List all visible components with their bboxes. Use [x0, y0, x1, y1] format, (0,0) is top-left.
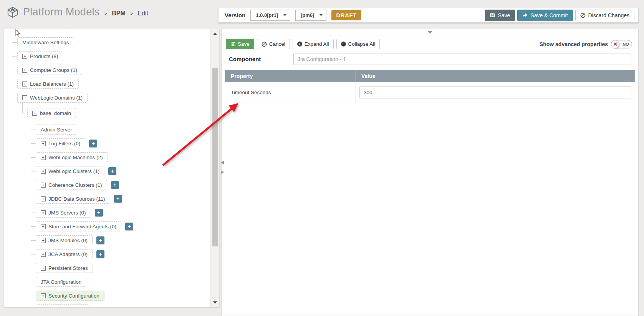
breadcrumb-page: Edit — [137, 8, 148, 17]
discard-changes-label: Discard Changes — [588, 12, 629, 18]
expand-node-icon[interactable]: + — [41, 224, 46, 229]
tree-node-box[interactable]: +Products (8) — [17, 51, 63, 61]
expand-node-icon[interactable]: + — [41, 141, 46, 146]
tree-node-box[interactable]: +Security Configuration — [36, 291, 104, 301]
tree-connector — [31, 213, 36, 213]
add-button[interactable]: + — [125, 223, 133, 230]
tree-node-box[interactable]: +Log Filters (0) — [36, 138, 85, 148]
tree-node-box[interactable]: −base_domain — [27, 108, 76, 118]
cancel-circle-icon — [262, 42, 267, 47]
expand-all-button[interactable]: + Expand All — [293, 39, 334, 49]
add-button[interactable]: + — [95, 209, 103, 216]
tree-node-box[interactable]: −WebLogic Domains (1) — [17, 93, 88, 103]
tree-connector — [31, 130, 36, 130]
tree-node-label: JMS Servers (0) — [48, 210, 86, 216]
tree-node-products-8: +Products (8) — [17, 51, 63, 61]
table-row: Timeout Seconds — [225, 82, 635, 103]
version-label: Version — [225, 12, 245, 18]
scroll-up-icon[interactable] — [213, 33, 217, 35]
expand-node-icon[interactable]: + — [22, 54, 27, 59]
breadcrumb-model[interactable]: BPM — [112, 8, 126, 17]
splitter-expand-right-icon[interactable] — [221, 170, 224, 174]
toggle-knob[interactable] — [611, 40, 619, 48]
tree-node-box[interactable]: +JMS Servers (0) — [36, 208, 91, 218]
tree-node-box[interactable]: +Load Balancers (1) — [17, 79, 79, 89]
expand-node-icon[interactable]: + — [41, 183, 46, 188]
tree-node-box[interactable] — [17, 29, 71, 32]
editor-save-button[interactable]: Save — [226, 39, 254, 49]
tree-node-box[interactable]: +JDBC Data Sources (11) — [36, 194, 110, 204]
tree-node-label: Persistent Stores — [48, 265, 88, 271]
tree-node-box[interactable]: +WebLogic Clusters (1) — [36, 166, 104, 176]
version-select[interactable]: 1.0.0[pr1] — [250, 10, 290, 21]
scrollbar-thumb[interactable] — [212, 68, 218, 246]
expand-node-icon[interactable]: + — [41, 293, 46, 298]
expand-node-icon[interactable]: + — [41, 196, 46, 201]
tree-node-jta-configuration: JTA Configuration — [36, 277, 86, 287]
discard-changes-button[interactable]: Discard Changes — [575, 10, 634, 21]
tree-node-box[interactable] — [36, 304, 89, 308]
expand-node-icon[interactable]: + — [41, 252, 46, 257]
splitter-collapse-left-icon[interactable] — [221, 161, 224, 165]
scroll-down-icon[interactable] — [213, 301, 217, 304]
tree-node-box[interactable]: +Compute Groups (1) — [17, 65, 82, 75]
expand-node-icon[interactable]: + — [41, 169, 46, 174]
panel-collapse-handle[interactable] — [222, 29, 638, 35]
expand-node-icon[interactable]: + — [41, 210, 46, 215]
tree-node-box[interactable]: Middleware Settings — [17, 37, 74, 47]
chevron-down-icon — [283, 14, 286, 16]
tree-node-label: JMS Modules (0) — [48, 238, 88, 243]
tree-scrollbar[interactable] — [210, 29, 219, 307]
properties-table: Property Value Timeout Seconds — [225, 70, 635, 103]
page-title: Platform Models — [23, 6, 100, 18]
tree-connector — [12, 56, 17, 57]
collapse-node-icon[interactable]: − — [32, 111, 37, 116]
package-select-value: [pm6] — [301, 12, 314, 18]
advanced-properties-toggle[interactable]: NO — [611, 40, 632, 48]
tree-node-clipped — [36, 304, 89, 308]
add-button[interactable]: + — [96, 250, 104, 258]
tree-node-box[interactable]: +JMS Modules (0) — [36, 235, 93, 245]
cancel-button[interactable]: Cancel — [257, 39, 290, 49]
tree-node-label: JDBC Data Sources (11) — [48, 196, 105, 202]
component-row: Component — [222, 53, 638, 70]
tree-node-box[interactable]: +JCA Adapters (0) — [36, 249, 93, 259]
collapse-all-button[interactable]: − Collapse All — [336, 39, 380, 49]
tree-connector — [31, 171, 36, 171]
tree-node-label: WebLogic Clusters (1) — [48, 168, 99, 174]
tree-node-box[interactable]: +Coherence Clusters (1) — [36, 180, 107, 190]
package-select[interactable]: [pm6] — [295, 10, 326, 21]
cancel-circle-icon — [580, 13, 586, 18]
add-button[interactable]: + — [89, 140, 97, 147]
add-button[interactable]: + — [96, 236, 104, 244]
property-value-input[interactable] — [359, 86, 631, 98]
tree-node-coherence-clusters-1: +Coherence Clusters (1)+ — [36, 180, 119, 190]
component-name-input[interactable] — [293, 53, 631, 65]
expand-node-icon[interactable]: + — [41, 238, 46, 243]
save-commit-button[interactable]: Save & Commit — [517, 10, 573, 21]
tree-node-label: JTA Configuration — [41, 279, 81, 285]
breadcrumb: Platform Models > BPM > Edit — [7, 6, 148, 18]
save-button[interactable]: Save — [485, 10, 515, 21]
tree-node-label: Log Filters (0) — [48, 141, 80, 146]
expand-node-icon[interactable]: + — [22, 68, 27, 73]
expand-node-icon[interactable]: + — [41, 155, 46, 160]
tree-node-box[interactable]: JTA Configuration — [36, 277, 86, 287]
editor-save-label: Save — [238, 41, 250, 47]
tree-node-box[interactable]: +WebLogic Machines (2) — [36, 152, 108, 162]
tree-node-box[interactable]: +Store and Forward Agents (0) — [36, 221, 121, 231]
tree-connector — [31, 226, 36, 227]
tree-node-label: base_domain — [40, 110, 71, 116]
minus-circle-icon: − — [341, 42, 346, 47]
component-label: Component — [229, 56, 293, 62]
expand-node-icon[interactable]: + — [41, 266, 46, 271]
add-button[interactable]: + — [108, 167, 116, 175]
tree-node-box[interactable]: Admin Server — [36, 125, 77, 135]
property-editor-panel: Save Cancel + Expand All − Collapse All … — [222, 29, 639, 316]
expand-node-icon[interactable]: + — [22, 81, 27, 86]
tree-node-box[interactable]: +Persistent Stores — [36, 263, 93, 273]
add-button[interactable]: + — [114, 195, 122, 203]
collapse-node-icon[interactable]: − — [22, 95, 27, 100]
column-header-value: Value — [356, 70, 635, 82]
add-button[interactable]: + — [111, 181, 119, 189]
